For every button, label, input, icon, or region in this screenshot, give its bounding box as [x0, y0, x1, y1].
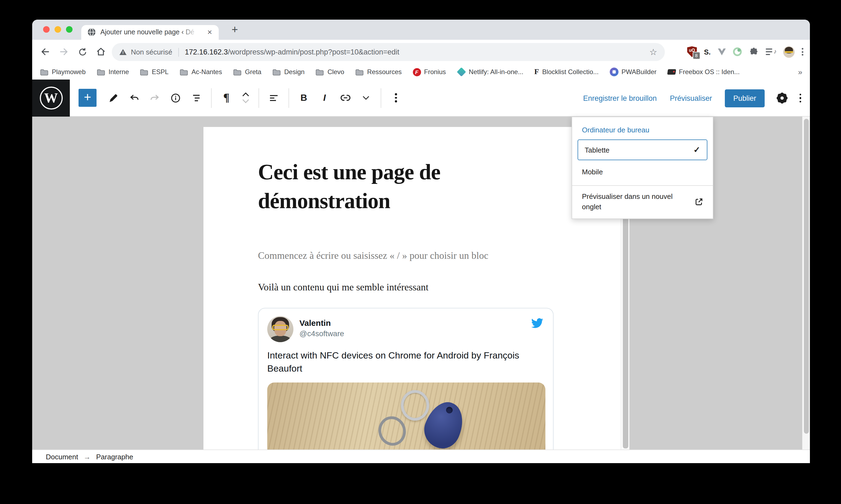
link-icon[interactable] [335, 85, 356, 111]
more-formats-chevron-icon[interactable] [356, 85, 376, 111]
traffic-light-close[interactable] [43, 26, 50, 33]
bookmark-blocklist[interactable]: F Blocklist Collectio... [534, 68, 599, 76]
not-secure-warning-icon[interactable]: ! [119, 49, 126, 55]
tools-pencil-icon[interactable] [103, 85, 124, 111]
tweet-header: Valentin @c4software [267, 316, 544, 342]
bookmark-fronius[interactable]: F Fronius [413, 68, 446, 76]
list-view-icon[interactable] [186, 85, 207, 111]
bookmark-folder[interactable]: Interne [97, 68, 129, 76]
toolbar-separator [211, 88, 212, 108]
traffic-light-minimize[interactable] [54, 26, 61, 33]
browser-toolbar: ! Non sécurisé 172.16.162.3 /wordpress/w… [32, 40, 810, 64]
toolbar-separator [289, 88, 289, 108]
omnibox-divider [178, 48, 179, 56]
editor-status-bar: Document → Paragraphe [32, 450, 810, 463]
url-host: 172.16.162.3 [185, 48, 228, 56]
extensions-area: uO 8 S. ♪ [687, 44, 803, 59]
check-icon: ✓ [693, 145, 700, 155]
tweet-author-name: Valentin [299, 318, 344, 328]
page-canvas[interactable]: Ceci est une page de démonstration Comme… [203, 127, 621, 450]
back-icon[interactable] [38, 44, 53, 59]
breadcrumb-document[interactable]: Document [46, 452, 78, 461]
tweet-avatar [267, 316, 293, 342]
block-options-kebab-icon[interactable] [385, 85, 406, 111]
info-icon[interactable] [165, 85, 186, 111]
forward-icon[interactable] [56, 44, 71, 59]
profile-avatar[interactable] [783, 46, 795, 57]
bookmark-folder[interactable]: Clevo [315, 68, 344, 76]
desktop: Ajouter une nouvelle page ‹ Dé × + ! Non… [0, 0, 841, 504]
menu-item-desktop[interactable]: Ordinateur de bureau [572, 122, 713, 138]
bookmark-pwabuilder[interactable]: PWABuilder [610, 68, 657, 76]
reload-icon[interactable] [75, 44, 90, 59]
external-link-icon [694, 196, 704, 207]
bookmark-netlify[interactable]: Netlify: All-in-one... [457, 68, 523, 76]
breadcrumb-paragraph[interactable]: Paragraphe [96, 452, 133, 461]
page-scrollbar-thumb[interactable] [804, 119, 809, 434]
preview-device-popover: Ordinateur de bureau Tablette ✓ Mobile P… [571, 116, 714, 219]
tab-title: Ajouter une nouvelle page ‹ Dé [100, 25, 198, 40]
page-title[interactable]: Ceci est une page de démonstration [258, 158, 493, 216]
freebox-icon [667, 69, 676, 75]
tweet-photo-nfc-keyfob [267, 382, 545, 450]
tab-close-icon[interactable]: × [205, 28, 214, 37]
empty-block-placeholder[interactable]: Commencez à écrire ou saisissez « / » po… [258, 250, 514, 262]
twitter-embed-block[interactable]: Valentin @c4software Interact with NFC d… [258, 308, 553, 450]
vue-devtools-icon[interactable] [718, 48, 726, 55]
save-draft-button[interactable]: Enregistrer le brouillon [583, 94, 657, 102]
paragraph-block[interactable]: Voilà un contenu qui me semble intéressa… [258, 282, 514, 293]
browser-tab[interactable]: Ajouter une nouvelle page ‹ Dé × [81, 25, 219, 40]
tweet-author-handle: @c4software [299, 328, 344, 339]
tweet-text: Interact with NFC devices on Chrome for … [267, 349, 543, 375]
redo-icon[interactable] [144, 85, 165, 111]
security-label[interactable]: Non sécurisé [131, 48, 172, 56]
new-tab-button[interactable]: + [227, 22, 242, 37]
menu-item-tablet[interactable]: Tablette ✓ [578, 140, 707, 160]
menu-item-preview-new-tab[interactable]: Prévisualiser dans un nouvel onglet [572, 186, 713, 218]
bookmark-folder[interactable]: Design [272, 68, 305, 76]
bookmark-folder[interactable]: Greta [233, 68, 261, 76]
toolbar-separator [381, 88, 381, 108]
bookmarks-overflow-chevron[interactable]: » [798, 68, 802, 76]
playlist-extension-icon[interactable]: ♪ [766, 48, 776, 56]
s-extension-icon[interactable]: S. [704, 48, 711, 56]
blocklist-icon: F [534, 68, 539, 76]
wordpress-editor: W + ¶ [32, 79, 810, 463]
home-icon[interactable] [93, 44, 108, 59]
align-icon[interactable] [263, 85, 284, 111]
bookmark-folder[interactable]: Playmoweb [40, 68, 86, 76]
toolbar-separator [258, 88, 259, 108]
netlify-icon [457, 67, 466, 76]
ublock-badge: 8 [692, 52, 700, 59]
page-scrollbar[interactable] [802, 116, 810, 450]
publish-button[interactable]: Publier [725, 89, 765, 107]
traffic-light-zoom[interactable] [66, 26, 72, 33]
bookmark-freebox[interactable]: Freebox OS :: Iden... [668, 68, 740, 76]
wordpress-logo[interactable]: W [32, 79, 70, 116]
undo-icon[interactable] [124, 85, 144, 111]
ublock-extension-icon[interactable]: uO 8 [687, 46, 697, 57]
preview-button[interactable]: Prévisualiser [670, 94, 712, 102]
bold-button[interactable]: B [293, 85, 314, 111]
menu-item-mobile[interactable]: Mobile [572, 162, 713, 181]
editor-actions: Enregistrer le brouillon Prévisualiser P… [583, 79, 801, 116]
block-inserter-button[interactable]: + [79, 89, 97, 107]
keyring-icon [375, 413, 409, 449]
address-bar[interactable]: ! Non sécurisé 172.16.162.3 /wordpress/w… [112, 43, 665, 61]
bookmark-star-icon[interactable]: ☆ [649, 47, 657, 57]
move-up-icon [241, 92, 250, 97]
tab-strip: Ajouter une nouvelle page ‹ Dé × + [32, 20, 810, 40]
fronius-icon: F [413, 68, 421, 76]
green-ring-extension-icon[interactable] [733, 48, 742, 56]
editor-options-kebab-icon[interactable] [799, 94, 801, 103]
bookmark-folder[interactable]: Ressources [355, 68, 402, 76]
bookmark-folder[interactable]: Ac-Nantes [179, 68, 222, 76]
puzzle-extensions-icon[interactable] [749, 47, 759, 57]
settings-gear-icon[interactable] [777, 94, 786, 103]
italic-button[interactable]: I [314, 85, 335, 111]
globe-favicon-icon [87, 28, 96, 36]
browser-menu-kebab-icon[interactable] [802, 48, 803, 56]
paragraph-block-icon[interactable]: ¶ [216, 85, 237, 111]
block-mover[interactable] [237, 92, 254, 104]
bookmark-folder[interactable]: ESPL [140, 68, 169, 76]
